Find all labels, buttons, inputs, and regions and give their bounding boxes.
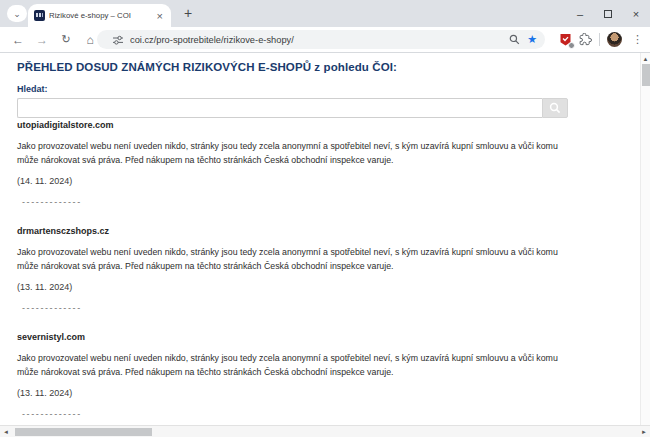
vertical-scrollbar[interactable]: ▲ xyxy=(640,53,650,425)
eshop-description: Jako provozovatel webu není uveden nikdo… xyxy=(17,245,574,273)
adblock-extension-icon[interactable] xyxy=(559,33,572,47)
entry-separator: ------------- xyxy=(22,409,640,419)
entry-separator: ------------- xyxy=(22,303,640,313)
eshop-domain: drmartensczshops.cz xyxy=(17,226,640,236)
page-content: PŘEHLED DOSUD ZNÁMÝCH RIZIKOVÝCH E-SHOPŮ… xyxy=(0,53,640,425)
extension-badge xyxy=(568,42,575,49)
browser-menu-icon[interactable]: ⋮ xyxy=(629,33,646,46)
search-input[interactable] xyxy=(17,98,542,118)
search-button[interactable] xyxy=(542,98,568,118)
eshop-domain: utopiadigitalstore.com xyxy=(17,120,640,130)
maximize-button[interactable] xyxy=(594,0,622,27)
toolbar-right-icons: ⋮ xyxy=(559,27,646,52)
browser-window: ⌄ Rizikové e-shopy – COI × + – × ← → ↻ ⌂ xyxy=(0,0,650,437)
minimize-button[interactable]: – xyxy=(566,0,594,27)
horizontal-scrollbar-thumb[interactable] xyxy=(15,428,152,436)
eshop-date: (13. 11. 2024) xyxy=(17,388,640,398)
scroll-right-icon[interactable]: ► xyxy=(639,427,649,437)
extensions-puzzle-icon[interactable] xyxy=(579,33,592,46)
vertical-scrollbar-thumb[interactable] xyxy=(642,64,650,86)
eshop-entry: drmartensczshops.cz Jako provozovatel we… xyxy=(17,226,640,313)
active-tab[interactable]: Rizikové e-shopy – COI × xyxy=(28,4,171,27)
horizontal-scrollbar[interactable]: ◄ ► xyxy=(0,425,650,437)
browser-toolbar: ← → ↻ ⌂ coi.cz/pro-spotrebitele/rizikove… xyxy=(0,27,650,53)
reload-button[interactable]: ↻ xyxy=(54,33,78,46)
nav-buttons: ← → ↻ ⌂ xyxy=(6,27,102,52)
close-window-button[interactable]: × xyxy=(622,0,650,27)
scroll-left-icon[interactable]: ◄ xyxy=(1,427,11,437)
forward-button[interactable]: → xyxy=(30,33,54,47)
eshop-date: (13. 11. 2024) xyxy=(17,282,640,292)
new-tab-button[interactable]: + xyxy=(178,3,198,23)
zoom-icon[interactable] xyxy=(509,34,520,45)
entry-separator: ------------- xyxy=(22,197,640,207)
bookmark-star-icon[interactable]: ★ xyxy=(527,33,537,46)
site-favicon-icon xyxy=(34,10,45,21)
url-text[interactable]: coi.cz/pro-spotrebitele/rizikove-e-shopy… xyxy=(130,35,502,45)
search-label: Hledat: xyxy=(17,84,640,94)
tab-strip: ⌄ Rizikové e-shopy – COI × + – × xyxy=(0,0,650,27)
search-icon xyxy=(549,102,561,114)
eshop-date: (14. 11. 2024) xyxy=(17,176,640,186)
site-settings-icon[interactable] xyxy=(112,34,124,46)
maximize-icon xyxy=(604,10,612,18)
search-row xyxy=(17,98,568,118)
tab-search-button[interactable]: ⌄ xyxy=(7,5,27,22)
scroll-up-icon[interactable]: ▲ xyxy=(641,54,650,63)
page-title: PŘEHLED DOSUD ZNÁMÝCH RIZIKOVÝCH E-SHOPŮ… xyxy=(17,61,640,73)
tab-title: Rizikové e-shopy – COI xyxy=(49,11,151,20)
eshop-domain: severnistyl.com xyxy=(17,332,640,342)
eshop-entry: utopiadigitalstore.com Jako provozovatel… xyxy=(17,120,640,207)
address-bar[interactable]: coi.cz/pro-spotrebitele/rizikove-e-shopy… xyxy=(97,30,545,49)
chevron-down-icon: ⌄ xyxy=(13,9,21,19)
tab-close-icon[interactable]: × xyxy=(155,11,165,21)
profile-avatar[interactable] xyxy=(607,32,622,47)
toolbar-divider xyxy=(599,33,600,46)
window-controls: – × xyxy=(566,0,650,27)
eshop-description: Jako provozovatel webu není uveden nikdo… xyxy=(17,139,574,167)
back-button[interactable]: ← xyxy=(6,33,30,47)
eshop-entry: severnistyl.com Jako provozovatel webu n… xyxy=(17,332,640,419)
eshop-description: Jako provozovatel webu není uveden nikdo… xyxy=(17,351,574,379)
